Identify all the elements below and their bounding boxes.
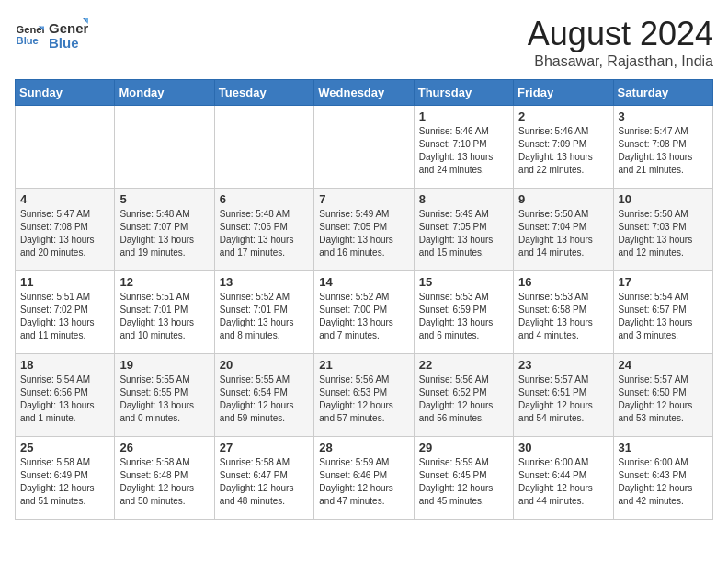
calendar-cell: 6Sunrise: 5:48 AM Sunset: 7:06 PM Daylig…	[214, 189, 313, 271]
cell-info: Sunrise: 6:00 AM Sunset: 6:43 PM Dayligh…	[619, 456, 708, 508]
calendar-week-row: 18Sunrise: 5:54 AM Sunset: 6:56 PM Dayli…	[16, 354, 713, 437]
cell-info: Sunrise: 5:54 AM Sunset: 6:56 PM Dayligh…	[20, 373, 109, 425]
header-saturday: Saturday	[613, 80, 712, 106]
general-blue-logo-svg: General Blue	[48, 15, 88, 55]
day-number: 10	[619, 192, 708, 206]
day-number: 2	[518, 109, 608, 123]
month-year-title: August 2024	[528, 15, 713, 53]
calendar-cell: 3Sunrise: 5:47 AM Sunset: 7:08 PM Daylig…	[613, 106, 712, 189]
cell-info: Sunrise: 5:50 AM Sunset: 7:03 PM Dayligh…	[619, 208, 708, 259]
day-number: 15	[419, 275, 508, 289]
calendar-table: SundayMondayTuesdayWednesdayThursdayFrid…	[15, 79, 713, 520]
page-header: General Blue General Blue August 2024 Bh…	[15, 15, 713, 70]
cell-info: Sunrise: 5:57 AM Sunset: 6:50 PM Dayligh…	[619, 373, 708, 425]
cell-info: Sunrise: 5:58 AM Sunset: 6:49 PM Dayligh…	[20, 456, 109, 508]
cell-info: Sunrise: 6:00 AM Sunset: 6:44 PM Dayligh…	[518, 456, 608, 508]
logo: General Blue General Blue	[15, 15, 88, 55]
calendar-cell: 2Sunrise: 5:46 AM Sunset: 7:09 PM Daylig…	[514, 106, 613, 189]
cell-info: Sunrise: 5:57 AM Sunset: 6:51 PM Dayligh…	[518, 373, 608, 425]
calendar-cell	[115, 106, 214, 189]
header-wednesday: Wednesday	[314, 80, 414, 106]
calendar-cell: 7Sunrise: 5:49 AM Sunset: 7:05 PM Daylig…	[314, 189, 414, 271]
cell-info: Sunrise: 5:48 AM Sunset: 7:07 PM Dayligh…	[119, 208, 209, 259]
day-number: 4	[20, 192, 109, 206]
day-number: 23	[518, 358, 608, 372]
title-block: August 2024 Bhasawar, Rajasthan, India	[528, 15, 713, 70]
cell-info: Sunrise: 5:59 AM Sunset: 6:45 PM Dayligh…	[419, 456, 508, 508]
header-friday: Friday	[514, 80, 613, 106]
day-number: 7	[319, 192, 408, 206]
calendar-week-row: 11Sunrise: 5:51 AM Sunset: 7:02 PM Dayli…	[16, 271, 713, 354]
location-subtitle: Bhasawar, Rajasthan, India	[528, 53, 713, 70]
cell-info: Sunrise: 5:55 AM Sunset: 6:55 PM Dayligh…	[119, 373, 209, 425]
cell-info: Sunrise: 5:56 AM Sunset: 6:52 PM Dayligh…	[419, 373, 508, 425]
cell-info: Sunrise: 5:56 AM Sunset: 6:53 PM Dayligh…	[319, 373, 408, 425]
header-thursday: Thursday	[414, 80, 513, 106]
svg-text:Blue: Blue	[49, 35, 79, 51]
cell-info: Sunrise: 5:49 AM Sunset: 7:05 PM Dayligh…	[319, 208, 408, 259]
svg-text:General: General	[17, 24, 44, 35]
calendar-cell	[314, 106, 414, 189]
header-monday: Monday	[115, 80, 214, 106]
calendar-cell: 8Sunrise: 5:49 AM Sunset: 7:05 PM Daylig…	[414, 189, 513, 271]
calendar-cell: 9Sunrise: 5:50 AM Sunset: 7:04 PM Daylig…	[514, 189, 613, 271]
calendar-cell: 22Sunrise: 5:56 AM Sunset: 6:52 PM Dayli…	[414, 354, 513, 437]
calendar-cell: 17Sunrise: 5:54 AM Sunset: 6:57 PM Dayli…	[613, 271, 712, 354]
calendar-cell: 10Sunrise: 5:50 AM Sunset: 7:03 PM Dayli…	[613, 189, 712, 271]
day-number: 13	[220, 275, 309, 289]
svg-text:Blue: Blue	[17, 35, 39, 46]
cell-info: Sunrise: 5:55 AM Sunset: 6:54 PM Dayligh…	[220, 373, 309, 425]
header-tuesday: Tuesday	[214, 80, 313, 106]
day-number: 5	[119, 192, 209, 206]
cell-info: Sunrise: 5:49 AM Sunset: 7:05 PM Dayligh…	[419, 208, 508, 259]
calendar-cell	[16, 106, 115, 189]
cell-info: Sunrise: 5:59 AM Sunset: 6:46 PM Dayligh…	[319, 456, 408, 508]
day-number: 8	[419, 192, 508, 206]
cell-info: Sunrise: 5:53 AM Sunset: 6:58 PM Dayligh…	[518, 291, 608, 342]
day-number: 6	[220, 192, 309, 206]
day-number: 19	[119, 358, 209, 372]
day-number: 3	[619, 109, 708, 123]
calendar-week-row: 1Sunrise: 5:46 AM Sunset: 7:10 PM Daylig…	[16, 106, 713, 189]
calendar-cell: 23Sunrise: 5:57 AM Sunset: 6:51 PM Dayli…	[514, 354, 613, 437]
cell-info: Sunrise: 5:58 AM Sunset: 6:48 PM Dayligh…	[119, 456, 209, 508]
calendar-cell: 19Sunrise: 5:55 AM Sunset: 6:55 PM Dayli…	[115, 354, 214, 437]
day-number: 12	[119, 275, 209, 289]
calendar-cell: 4Sunrise: 5:47 AM Sunset: 7:08 PM Daylig…	[16, 189, 115, 271]
calendar-cell: 31Sunrise: 6:00 AM Sunset: 6:43 PM Dayli…	[613, 437, 712, 520]
calendar-cell: 28Sunrise: 5:59 AM Sunset: 6:46 PM Dayli…	[314, 437, 414, 520]
day-number: 25	[20, 441, 109, 454]
day-number: 21	[319, 358, 408, 372]
cell-info: Sunrise: 5:46 AM Sunset: 7:09 PM Dayligh…	[518, 125, 608, 177]
calendar-cell: 25Sunrise: 5:58 AM Sunset: 6:49 PM Dayli…	[16, 437, 115, 520]
calendar-cell: 26Sunrise: 5:58 AM Sunset: 6:48 PM Dayli…	[115, 437, 214, 520]
day-number: 9	[518, 192, 608, 206]
calendar-header-row: SundayMondayTuesdayWednesdayThursdayFrid…	[16, 80, 713, 106]
day-number: 30	[518, 441, 608, 454]
calendar-cell: 15Sunrise: 5:53 AM Sunset: 6:59 PM Dayli…	[414, 271, 513, 354]
day-number: 27	[220, 441, 309, 454]
cell-info: Sunrise: 5:46 AM Sunset: 7:10 PM Dayligh…	[419, 125, 508, 177]
calendar-cell: 13Sunrise: 5:52 AM Sunset: 7:01 PM Dayli…	[214, 271, 313, 354]
day-number: 24	[619, 358, 708, 372]
calendar-cell: 24Sunrise: 5:57 AM Sunset: 6:50 PM Dayli…	[613, 354, 712, 437]
day-number: 11	[20, 275, 109, 289]
calendar-cell: 1Sunrise: 5:46 AM Sunset: 7:10 PM Daylig…	[414, 106, 513, 189]
cell-info: Sunrise: 5:52 AM Sunset: 7:00 PM Dayligh…	[319, 291, 408, 342]
day-number: 28	[319, 441, 408, 454]
cell-info: Sunrise: 5:53 AM Sunset: 6:59 PM Dayligh…	[419, 291, 508, 342]
day-number: 26	[119, 441, 209, 454]
day-number: 18	[20, 358, 109, 372]
day-number: 29	[419, 441, 508, 454]
calendar-cell: 11Sunrise: 5:51 AM Sunset: 7:02 PM Dayli…	[16, 271, 115, 354]
cell-info: Sunrise: 5:51 AM Sunset: 7:01 PM Dayligh…	[119, 291, 209, 342]
calendar-cell: 12Sunrise: 5:51 AM Sunset: 7:01 PM Dayli…	[115, 271, 214, 354]
calendar-week-row: 25Sunrise: 5:58 AM Sunset: 6:49 PM Dayli…	[16, 437, 713, 520]
calendar-cell: 29Sunrise: 5:59 AM Sunset: 6:45 PM Dayli…	[414, 437, 513, 520]
day-number: 16	[518, 275, 608, 289]
logo-icon: General Blue	[15, 20, 44, 50]
day-number: 17	[619, 275, 708, 289]
cell-info: Sunrise: 5:48 AM Sunset: 7:06 PM Dayligh…	[220, 208, 309, 259]
calendar-cell: 30Sunrise: 6:00 AM Sunset: 6:44 PM Dayli…	[514, 437, 613, 520]
day-number: 14	[319, 275, 408, 289]
